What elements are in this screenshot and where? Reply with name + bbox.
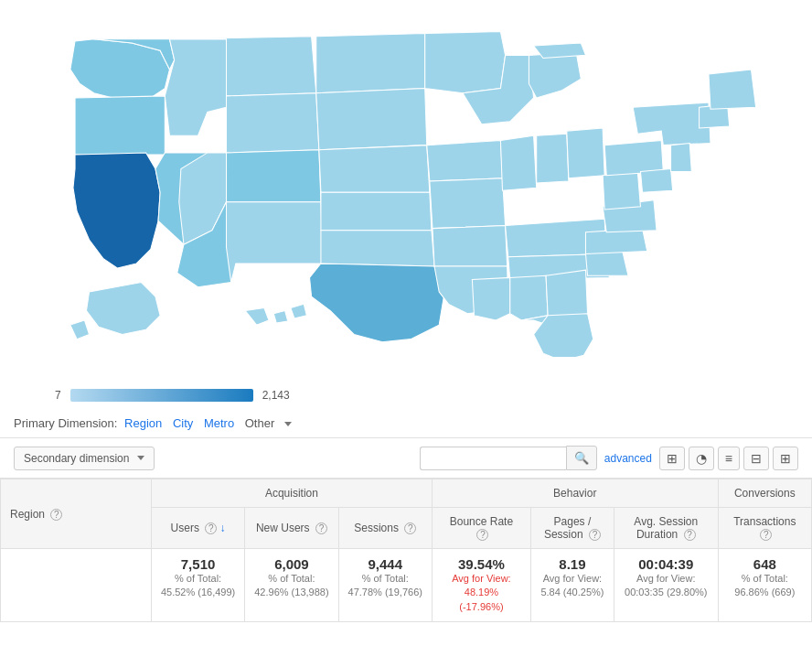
toolbar: Secondary dimension 🔍 advanced ⊞ ◔ ≡ ⊟ ⊞ [0,438,812,479]
advanced-link[interactable]: advanced [604,452,652,465]
metro-link[interactable]: Metro [204,416,234,430]
totals-avgsession-cell: 00:04:39 Avg for View: 00:03:35 (29.80%) [614,549,718,622]
new-users-header[interactable]: New Users ? [245,508,338,549]
bounce-rate-value: 39.54% [442,556,521,572]
search-icon: 🔍 [574,451,589,465]
search-area: 🔍 advanced ⊞ ◔ ≡ ⊟ ⊞ [420,446,798,470]
sessions-header[interactable]: Sessions ? [338,508,432,549]
bar-view-button[interactable]: ≡ [718,447,740,470]
transactions-sub: % of Total: 96.86% (669) [728,572,802,600]
secondary-dim-label: Secondary dimension [24,452,129,465]
pivot-view-button[interactable]: ⊟ [743,447,769,470]
bounce-rate-header[interactable]: Bounce Rate ? [432,508,530,549]
map-section [0,0,812,384]
city-link[interactable]: City [173,416,193,430]
users-sort-icon: ↓ [220,522,226,534]
new-users-sub: % of Total: 42.96% (13,988) [254,572,328,600]
view-icons: ⊞ ◔ ≡ ⊟ ⊞ [659,447,798,470]
bounce-rate-sub: Avg for View: 48.19% (-17.96%) [442,572,521,614]
avg-session-value: 00:04:39 [624,556,709,572]
search-input[interactable] [420,447,566,470]
users-header[interactable]: Users ? ↓ [151,508,244,549]
sessions-sub: % of Total: 47.78% (19,766) [348,572,422,600]
table-view-button[interactable]: ⊞ [659,447,685,470]
secondary-dim-chevron-icon [137,456,144,460]
primary-dim-label: Primary Dimension: [14,416,117,430]
totals-region-cell [1,549,152,622]
custom-view-button[interactable]: ⊞ [773,447,798,470]
pie-view-button[interactable]: ◔ [689,447,714,470]
totals-bounce-cell: 39.54% Avg for View: 48.19% (-17.96%) [432,549,530,622]
us-map [18,9,794,357]
conversions-group-header: Conversions [718,479,811,508]
avg-session-header[interactable]: Avg. Session Duration ? [614,508,718,549]
avg-session-sub: Avg for View: 00:03:35 (29.80%) [624,572,709,600]
region-link[interactable]: Region [124,416,162,430]
data-table: Region ? Acquisition Behavior Conversion… [0,479,812,622]
new-users-help-icon[interactable]: ? [315,522,327,534]
scale-max: 2,143 [262,389,290,402]
acquisition-group-header: Acquisition [151,479,432,508]
pages-session-header[interactable]: Pages / Session ? [530,508,614,549]
behavior-group-header: Behavior [432,479,718,508]
pages-session-sub: Avg for View: 5.84 (40.25%) [540,572,604,600]
other-link[interactable]: Other [245,416,295,430]
totals-row: 7,510 % of Total: 45.52% (16,499) 6,009 … [1,549,812,622]
secondary-dimension-button[interactable]: Secondary dimension [14,447,155,470]
region-help-icon[interactable]: ? [50,509,62,521]
avg-session-help-icon[interactable]: ? [684,529,696,541]
pages-session-value: 8.19 [540,556,604,572]
sessions-help-icon[interactable]: ? [404,522,416,534]
transactions-header[interactable]: Transactions ? [718,508,811,549]
totals-sessions-cell: 9,444 % of Total: 47.78% (19,766) [338,549,432,622]
transactions-value: 648 [728,556,802,572]
primary-dimension-bar: Primary Dimension: Region City Metro Oth… [0,409,812,438]
totals-pages-cell: 8.19 Avg for View: 5.84 (40.25%) [530,549,614,622]
users-help-icon[interactable]: ? [205,522,217,534]
totals-newusers-cell: 6,009 % of Total: 42.96% (13,988) [245,549,338,622]
totals-transactions-cell: 648 % of Total: 96.86% (669) [718,549,811,622]
totals-users-cell: 7,510 % of Total: 45.52% (16,499) [151,549,244,622]
sessions-value: 9,444 [348,556,422,572]
users-value: 7,510 [161,556,235,572]
other-chevron-icon [284,422,292,426]
transactions-help-icon[interactable]: ? [760,529,772,541]
search-button[interactable]: 🔍 [566,446,597,470]
scale-min: 7 [55,389,61,402]
new-users-value: 6,009 [254,556,328,572]
bounce-help-icon[interactable]: ? [476,529,488,541]
search-wrapper: 🔍 [420,446,597,470]
users-sub: % of Total: 45.52% (16,499) [161,572,235,600]
scale-bar-fill [70,389,253,402]
pages-help-icon[interactable]: ? [589,529,601,541]
scale-bar: 7 2,143 [55,389,794,402]
region-header: Region ? [1,479,152,549]
